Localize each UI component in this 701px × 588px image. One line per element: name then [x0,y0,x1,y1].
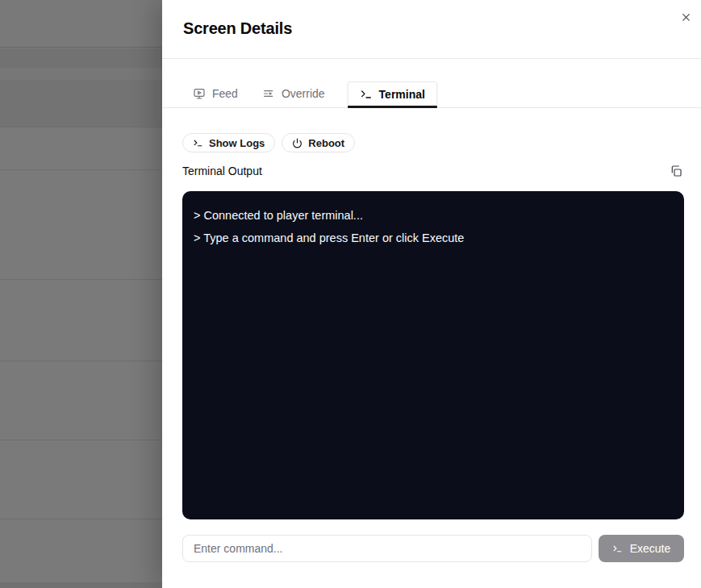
terminal-action-bar: Show Logs Reboot [182,133,355,152]
modal-header: Screen Details [162,0,701,59]
show-logs-button[interactable]: Show Logs [182,133,275,152]
screen: iew A a MAC ID [0,0,701,588]
show-logs-label: Show Logs [209,137,265,149]
terminal-output-label: Terminal Output [182,165,262,177]
tab-bar: Feed Override Terminal [162,80,701,108]
tab-feed[interactable]: Feed [191,81,240,106]
execute-button[interactable]: Execute [599,535,684,562]
tab-feed-label: Feed [212,87,238,100]
execute-label: Execute [630,542,671,555]
list-arrow-icon [262,87,275,100]
reboot-button[interactable]: Reboot [282,133,355,152]
terminal-output-header: Terminal Output [182,164,684,178]
modal-title: Screen Details [183,19,292,38]
tab-override[interactable]: Override [261,81,327,106]
monitor-play-icon [193,87,206,100]
copy-output-button[interactable] [668,163,684,179]
command-bar: Execute [182,535,684,562]
tab-terminal[interactable]: Terminal [348,81,437,106]
reboot-label: Reboot [308,137,344,149]
terminal-prompt-icon [193,138,203,148]
command-input[interactable] [182,535,592,562]
terminal-prompt-icon [360,88,373,101]
terminal-output-line: > Connected to player terminal... [194,204,673,227]
screen-details-modal: Screen Details Feed Override [162,0,701,588]
terminal-prompt-icon [612,544,623,554]
copy-icon [670,165,682,177]
close-button[interactable] [677,8,695,26]
tab-override-label: Override [282,87,325,100]
close-icon [680,11,692,23]
terminal-output-panel[interactable]: > Connected to player terminal... > Type… [182,191,684,519]
tab-terminal-label: Terminal [379,88,425,101]
terminal-output-line: > Type a command and press Enter or clic… [194,227,673,249]
power-icon [292,138,303,148]
